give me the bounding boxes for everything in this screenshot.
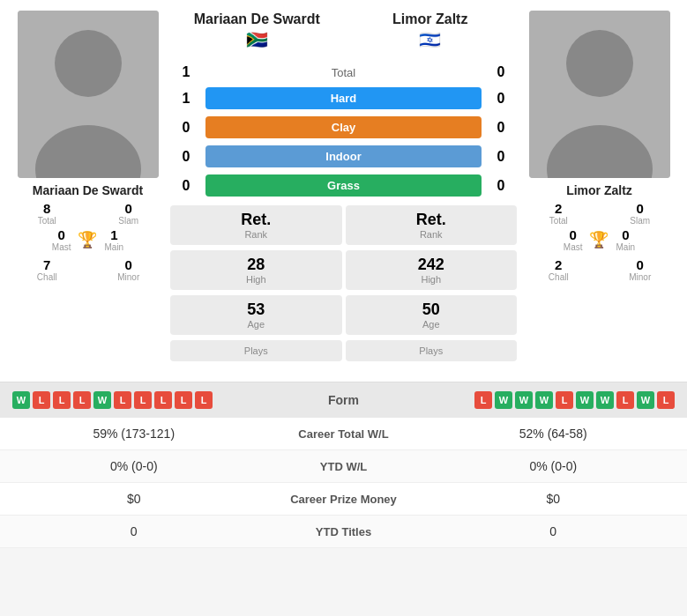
left-chall-lbl: Chall — [37, 272, 57, 282]
left-slam-lbl: Slam — [118, 216, 138, 226]
right-minor-box: 0 Minor — [604, 257, 677, 282]
left-age-panel: 53 Age — [170, 295, 342, 335]
middle-col: Mariaan De Swardt 🇿🇦 Limor Zaltz 🇮🇱 1 To… — [170, 11, 517, 364]
left-rank-lbl: Rank — [179, 229, 333, 240]
right-chall-val: 2 — [555, 257, 562, 272]
total-score-row: 1 Total 0 — [170, 64, 517, 80]
left-mast-box: 0 Mast — [52, 227, 71, 252]
right-detail-boxes: Ret. Rank 242 High 50 Age Plays — [346, 205, 518, 364]
right-high-lbl: High — [355, 274, 509, 285]
left-minor-lbl: Minor — [117, 272, 139, 282]
main-container: Mariaan De Swardt 8 Total 0 Slam 0 Mast … — [0, 0, 687, 548]
left-total-val: 8 — [43, 201, 50, 216]
left-stat-grid: 8 Total 0 Slam — [11, 201, 165, 226]
right-mast-lbl: Mast — [564, 242, 583, 252]
form-badge-w: W — [637, 391, 654, 409]
left-main-lbl: Main — [104, 242, 123, 252]
grass-score-left: 0 — [170, 178, 202, 194]
form-badge-l: L — [114, 391, 131, 409]
clay-score-right: 0 — [485, 120, 517, 136]
left-high-lbl: High — [179, 274, 333, 285]
ytd-wl-row: 0% (0-0) YTD W/L 0% (0-0) — [0, 450, 687, 483]
ytd-titles-left: 0 — [12, 524, 256, 538]
right-high-panel: 242 High — [346, 250, 518, 290]
right-rank-lbl: Rank — [355, 229, 509, 240]
svg-point-4 — [566, 30, 633, 97]
left-total-box: 8 Total — [11, 201, 84, 226]
left-detail-boxes: Ret. Rank 28 High 53 Age Plays — [170, 205, 342, 364]
right-high-val: 242 — [355, 256, 509, 274]
right-avatar — [529, 11, 670, 178]
form-badge-l: L — [53, 391, 71, 409]
detail-stats-row: Ret. Rank 28 High 53 Age Plays — [170, 205, 517, 364]
career-wl-right: 52% (64-58) — [432, 427, 676, 441]
left-chall-minor-grid: 7 Chall 0 Minor — [11, 257, 165, 282]
right-minor-lbl: Minor — [629, 272, 651, 282]
left-name-center: Mariaan De Swardt 🇿🇦 — [170, 11, 344, 56]
left-slam-val: 0 — [125, 201, 132, 216]
left-pname: Mariaan De Swardt — [170, 11, 344, 27]
left-high-panel: 28 High — [170, 250, 342, 290]
right-age-val: 50 — [355, 301, 509, 319]
form-badge-l: L — [33, 391, 50, 409]
form-badge-l: L — [73, 391, 91, 409]
ytd-wl-right: 0% (0-0) — [432, 459, 676, 473]
right-slam-box: 0 Slam — [604, 201, 677, 226]
left-trophy-icon: 🏆 — [78, 230, 97, 249]
ytd-titles-row: 0 YTD Titles 0 — [0, 516, 687, 548]
form-badge-l: L — [134, 391, 152, 409]
left-minor-box: 0 Minor — [93, 257, 166, 282]
left-age-val: 53 — [179, 301, 333, 319]
hard-score-left: 1 — [170, 91, 202, 107]
form-badge-l: L — [474, 391, 492, 409]
ytd-wl-left: 0% (0-0) — [12, 459, 256, 473]
right-rank-panel: Ret. Rank — [346, 205, 518, 245]
hard-score-row: 1 Hard 0 — [170, 87, 517, 109]
clay-surface-btn: Clay — [205, 116, 482, 138]
total-score-right: 0 — [485, 64, 517, 80]
right-player-col: Limor Zaltz 2 Total 0 Slam 0 Mast 🏆 0 — [522, 11, 676, 364]
right-chall-minor-grid: 2 Chall 0 Minor — [522, 257, 676, 282]
career-wl-left: 59% (173-121) — [12, 427, 256, 441]
form-badge-l: L — [195, 391, 213, 409]
career-wl-label: Career Total W/L — [256, 427, 432, 441]
left-mast-lbl: Mast — [52, 242, 71, 252]
right-age-panel: 50 Age — [346, 295, 518, 335]
form-label: Form — [328, 393, 359, 407]
right-pflag: 🇮🇱 — [344, 29, 518, 50]
left-slam-box: 0 Slam — [93, 201, 166, 226]
hard-score-right: 0 — [485, 91, 517, 107]
right-chall-lbl: Chall — [549, 272, 569, 282]
right-plays-lbl: Plays — [355, 345, 509, 356]
right-main-lbl: Main — [616, 242, 635, 252]
total-score-left: 1 — [170, 64, 202, 80]
ytd-titles-label: YTD Titles — [256, 525, 432, 538]
career-wl-row: 59% (173-121) Career Total W/L 52% (64-5… — [0, 418, 687, 450]
right-mast-box: 0 Mast — [564, 227, 583, 252]
form-section: WLLLWLLLLL Form LWWWLWWLWL — [0, 382, 687, 418]
prize-money-row: $0 Career Prize Money $0 — [0, 483, 687, 516]
form-badge-l: L — [154, 391, 172, 409]
right-total-val: 2 — [555, 201, 562, 216]
right-total-lbl: Total — [549, 216, 568, 226]
ytd-titles-right: 0 — [432, 524, 676, 538]
bottom-stats: 59% (173-121) Career Total W/L 52% (64-5… — [0, 418, 687, 548]
left-pflag: 🇿🇦 — [170, 29, 344, 50]
indoor-score-left: 0 — [170, 149, 202, 165]
left-trophy-row: 0 Mast 🏆 1 Main — [11, 227, 165, 252]
players-section: Mariaan De Swardt 8 Total 0 Slam 0 Mast … — [0, 0, 687, 375]
form-badge-l: L — [657, 391, 675, 409]
grass-score-row: 0 Grass 0 — [170, 174, 517, 197]
right-slam-lbl: Slam — [630, 216, 650, 226]
clay-score-left: 0 — [170, 120, 202, 136]
right-trophy-icon: 🏆 — [589, 230, 609, 249]
left-main-val: 1 — [110, 227, 117, 242]
left-player-col: Mariaan De Swardt 8 Total 0 Slam 0 Mast … — [11, 11, 165, 364]
left-age-lbl: Age — [179, 319, 333, 330]
form-badge-l: L — [616, 391, 634, 409]
left-rank-panel: Ret. Rank — [170, 205, 342, 245]
right-player-name: Limor Zaltz — [566, 183, 632, 197]
right-name-center: Limor Zaltz 🇮🇱 — [344, 11, 518, 56]
grass-score-right: 0 — [485, 178, 517, 194]
form-badge-l: L — [556, 391, 573, 409]
